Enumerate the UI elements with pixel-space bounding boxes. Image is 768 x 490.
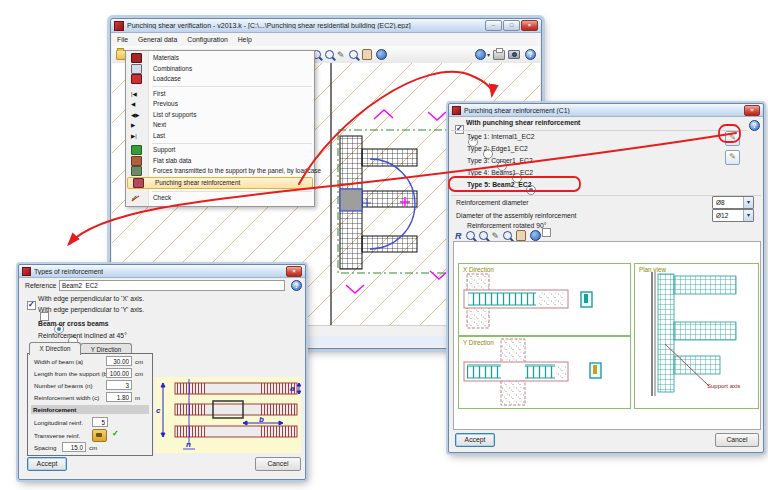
beam-diagram-drawing: c b a n <box>155 377 301 453</box>
snapshot-icon[interactable] <box>508 50 520 59</box>
check-icon <box>131 194 140 203</box>
maximize-button[interactable] <box>503 20 520 31</box>
punching-reinforcement-dialog: Punching shear reinforcement (C1) With p… <box>448 103 764 453</box>
accept-button[interactable]: Accept <box>455 433 495 447</box>
edge-x-checkbox[interactable] <box>27 301 36 310</box>
width-unit: cm <box>135 358 143 365</box>
pan-hand-icon[interactable] <box>516 230 526 241</box>
dim-a-label: a <box>290 384 295 393</box>
minimize-button[interactable] <box>485 20 502 31</box>
dialog-close-button[interactable] <box>286 266 302 277</box>
zoom-search-icon[interactable] <box>349 50 358 59</box>
redraw-globe-icon[interactable] <box>376 49 387 60</box>
menu-separator <box>152 191 312 192</box>
print-icon[interactable] <box>493 50 505 60</box>
transverse-edit-icon[interactable] <box>92 429 107 442</box>
assembly-value: Ø12 <box>716 212 728 219</box>
edit-type-button[interactable] <box>725 131 740 146</box>
menu-item-label: First <box>153 90 165 97</box>
redraw-icon[interactable] <box>455 231 462 241</box>
num-beams-input[interactable] <box>106 380 132 390</box>
menu-separator <box>152 86 312 87</box>
main-titlebar[interactable]: Punching shear verification - v2013.k - … <box>111 19 541 33</box>
support-axis-label: Support axis <box>707 383 740 389</box>
diameter-combo[interactable]: Ø8 <box>712 196 754 209</box>
menu-item-next[interactable]: Next <box>126 120 314 131</box>
dialog-close-button[interactable] <box>744 105 760 116</box>
next-icon <box>131 122 135 128</box>
width-input[interactable] <box>106 356 132 366</box>
menu-item-flat-slab-data[interactable]: Flat slab data <box>126 156 314 167</box>
menu-item-punching-shear-reinforcement[interactable]: Punching shear reinforcement <box>127 177 313 190</box>
y-direction-section: Y Direction <box>458 336 631 409</box>
reinf-width-unit: m <box>135 394 140 401</box>
menu-item-forces[interactable]: Forces transmitted to the support by the… <box>126 166 314 177</box>
spacing-input[interactable] <box>62 442 86 452</box>
view-dropdown-icon[interactable] <box>487 51 490 58</box>
beam-diagram: c b a n <box>155 377 301 453</box>
menu-item-label: Last <box>153 132 165 139</box>
help-icon[interactable] <box>525 49 536 60</box>
dialog-help-icon[interactable] <box>291 280 302 291</box>
menu-item-previous[interactable]: Previous <box>126 99 314 110</box>
zoom-out-icon[interactable] <box>479 231 488 240</box>
type1-label: Type 1: Internal1_EC2 <box>467 133 535 140</box>
accept-button[interactable]: Accept <box>27 457 67 471</box>
length-unit: cm <box>135 370 143 377</box>
menu-item-support[interactable]: Support <box>126 145 314 156</box>
flat-slab-data-icon <box>131 156 142 166</box>
menu-configuration[interactable]: Configuration <box>182 35 232 44</box>
menu-item-materials[interactable]: Materials <box>126 53 314 64</box>
cancel-button[interactable]: Cancel <box>255 457 301 471</box>
menu-item-label: Punching shear reinforcement <box>155 179 240 186</box>
first-icon <box>131 91 137 97</box>
transverse-ok-icon <box>112 429 119 438</box>
zoom-search-icon[interactable] <box>503 231 512 240</box>
menu-general-data[interactable]: General data <box>133 35 182 44</box>
dialog-icon <box>452 106 461 115</box>
chevron-down-icon[interactable] <box>743 197 753 208</box>
assembly-combo[interactable]: Ø12 <box>712 209 754 222</box>
edge-x-label: With edge perpendicular to 'X' axis. <box>38 295 144 302</box>
menu-item-loadcase[interactable]: Loadcase <box>126 74 314 85</box>
length-input[interactable] <box>106 368 132 378</box>
zoom-out-icon[interactable] <box>325 50 334 59</box>
longitudinal-input[interactable] <box>92 417 108 427</box>
measure-icon[interactable] <box>492 231 500 241</box>
menu-item-combinations[interactable]: Combinations <box>126 64 314 75</box>
menu-item-label: Previous <box>153 100 178 107</box>
beam-or-cross-label: Beam or cross beams <box>38 320 109 327</box>
zoom-window-icon[interactable] <box>466 231 475 240</box>
reference-input[interactable] <box>59 280 285 291</box>
cancel-button[interactable]: Cancel <box>715 433 759 447</box>
menu-item-check[interactable]: Check <box>126 193 314 204</box>
edit-type2-button[interactable] <box>725 150 740 165</box>
type5-label: Type 5: Beam2_EC2 <box>467 181 531 188</box>
dialog-titlebar[interactable]: Types of reinforcement <box>19 265 305 278</box>
reinforcement-preview[interactable]: X Direction <box>453 241 761 430</box>
diameter-value: Ø8 <box>716 199 725 206</box>
support-icon <box>131 145 142 155</box>
redraw-globe-icon[interactable] <box>530 230 541 241</box>
width-label: Width of beam (a) <box>34 358 83 365</box>
type2-label: Type 2: Edge1_EC2 <box>467 145 528 152</box>
measure-icon[interactable] <box>337 50 345 60</box>
dim-b-label: b <box>259 415 264 424</box>
close-button[interactable] <box>521 20 538 31</box>
tab-x-direction[interactable]: X Direction <box>29 342 81 355</box>
menu-item-last[interactable]: Last <box>126 131 314 142</box>
chevron-down-icon[interactable] <box>743 210 753 221</box>
view-3d-icon[interactable] <box>475 49 486 60</box>
dialog-help-icon[interactable] <box>749 120 760 131</box>
y-direction-drawing <box>459 337 630 408</box>
dialog-titlebar[interactable]: Punching shear reinforcement (C1) <box>449 104 763 117</box>
list-of-supports-icon <box>131 112 139 118</box>
menu-help[interactable]: Help <box>233 35 257 44</box>
reinf-width-input[interactable] <box>106 392 132 402</box>
menu-item-first[interactable]: First <box>126 89 314 100</box>
app-icon <box>114 21 124 31</box>
menu-file[interactable]: File <box>112 35 133 44</box>
menu-item-list-of-supports[interactable]: List of supports <box>126 110 314 121</box>
pan-hand-icon[interactable] <box>362 49 372 60</box>
edge-y-label: With edge perpendicular to 'Y' axis. <box>38 306 144 313</box>
